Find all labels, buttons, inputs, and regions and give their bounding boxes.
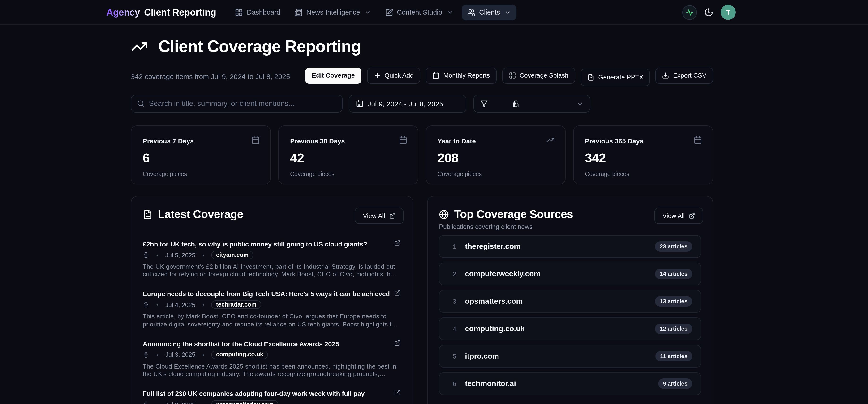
avatar-initial: T bbox=[726, 8, 730, 16]
coverage-summary-text: 342 coverage items from Jul 9, 2024 to J… bbox=[131, 72, 290, 80]
nav-item-content-studio[interactable]: Content Studio bbox=[379, 4, 459, 20]
nav-item-clients[interactable]: Clients bbox=[462, 4, 517, 20]
search-icon bbox=[137, 100, 145, 107]
building-icon bbox=[143, 252, 149, 258]
download-icon bbox=[662, 72, 669, 79]
top-sources-subtitle: Publications covering client news bbox=[439, 223, 646, 230]
filter-row: Jul 9, 2024 - Jul 8, 2025 bbox=[131, 95, 713, 113]
stat-value: 42 bbox=[290, 151, 406, 165]
article-item[interactable]: Europe needs to decouple from Big Tech U… bbox=[143, 290, 402, 328]
export-csv-button[interactable]: Export CSV bbox=[656, 67, 713, 84]
page-title: Client Coverage Reporting bbox=[158, 37, 361, 56]
article-source-badge[interactable]: personneltoday.com bbox=[212, 400, 278, 404]
latest-coverage-header: Latest Coverage View All bbox=[143, 208, 402, 221]
panels-row: Latest Coverage View All £2bn for UK tec… bbox=[131, 196, 713, 404]
article-title: Announcing the shortlist for the Cloud E… bbox=[143, 340, 402, 348]
quick-add-button[interactable]: Quick Add bbox=[367, 67, 420, 84]
stat-sublabel: Coverage pieces bbox=[143, 170, 259, 178]
article-item[interactable]: Announcing the shortlist for the Cloud E… bbox=[143, 340, 402, 378]
grid-icon bbox=[509, 72, 516, 79]
view-all-label: View All bbox=[363, 212, 385, 219]
latest-view-all-button[interactable]: View All bbox=[355, 208, 404, 224]
external-link-icon bbox=[389, 213, 396, 219]
generate-pptx-button[interactable]: Generate PPTX bbox=[581, 68, 650, 86]
generate-pptx-label: Generate PPTX bbox=[598, 74, 643, 81]
source-row[interactable]: 5 itpro.com 11 articles bbox=[439, 345, 701, 368]
globe-icon bbox=[439, 209, 449, 219]
search-input[interactable] bbox=[149, 99, 336, 108]
dot-separator: • bbox=[156, 352, 158, 358]
stat-label: Previous 365 Days bbox=[585, 136, 701, 146]
stat-label: Previous 30 Days bbox=[290, 136, 406, 146]
stat-card-30-days: Previous 30 Days 42 Coverage pieces bbox=[278, 125, 418, 184]
source-row[interactable]: 6 techmonitor.ai 9 articles bbox=[439, 372, 701, 395]
external-link-icon[interactable] bbox=[394, 240, 401, 247]
articles-list: £2bn for UK tech, so why is public money… bbox=[143, 240, 402, 404]
article-date: Jul 5, 2025 bbox=[165, 252, 195, 259]
dot-separator: • bbox=[156, 402, 158, 404]
stat-card-ytd: Year to Date 208 Coverage pieces bbox=[426, 125, 566, 184]
avatar[interactable]: T bbox=[720, 5, 736, 20]
source-rank: 2 bbox=[450, 270, 459, 278]
source-row[interactable]: 1 theregister.com 23 articles bbox=[439, 235, 701, 258]
coverage-splash-button[interactable]: Coverage Splash bbox=[502, 67, 575, 84]
plus-icon bbox=[374, 72, 381, 79]
dashboard-grid-icon bbox=[235, 8, 243, 16]
article-item[interactable]: Full list of 230 UK companies adopting f… bbox=[143, 389, 402, 404]
chevron-down-icon bbox=[365, 9, 371, 16]
client-filter-select[interactable] bbox=[473, 95, 590, 113]
trending-up-icon bbox=[131, 38, 148, 55]
article-source-badge[interactable]: cityam.com bbox=[212, 251, 253, 259]
source-rows: 1 theregister.com 23 articles 2 computer… bbox=[439, 235, 701, 395]
article-item[interactable]: £2bn for UK tech, so why is public money… bbox=[143, 240, 402, 279]
source-domain: itpro.com bbox=[465, 352, 499, 360]
monthly-reports-label: Monthly Reports bbox=[443, 72, 490, 79]
source-article-count: 9 articles bbox=[658, 378, 692, 389]
moon-icon bbox=[704, 7, 713, 17]
export-csv-label: Export CSV bbox=[673, 72, 706, 79]
brand-rest: Client Reporting bbox=[144, 7, 216, 18]
sources-view-all-button[interactable]: View All bbox=[654, 208, 703, 224]
dot-separator: • bbox=[203, 352, 204, 358]
source-rank: 5 bbox=[450, 352, 459, 360]
nav-item-dashboard[interactable]: Dashboard bbox=[229, 4, 286, 20]
building-icon bbox=[143, 401, 149, 404]
monthly-reports-button[interactable]: Monthly Reports bbox=[426, 67, 497, 84]
stat-sublabel: Coverage pieces bbox=[290, 170, 406, 178]
source-rank: 6 bbox=[450, 380, 459, 387]
source-article-count: 23 articles bbox=[655, 241, 692, 252]
stat-label: Previous 7 Days bbox=[143, 136, 259, 146]
dot-separator: • bbox=[156, 302, 158, 308]
source-domain: techmonitor.ai bbox=[465, 379, 516, 388]
source-row[interactable]: 2 computerweekly.com 14 articles bbox=[439, 263, 701, 285]
external-link-icon[interactable] bbox=[394, 340, 401, 346]
article-source-badge[interactable]: techradar.com bbox=[212, 300, 261, 309]
source-row[interactable]: 3 opsmatters.com 13 articles bbox=[439, 290, 701, 313]
article-title: Full list of 230 UK companies adopting f… bbox=[143, 389, 402, 398]
nav-item-news-intelligence[interactable]: News Intelligence bbox=[289, 4, 377, 20]
activity-status-button[interactable] bbox=[682, 5, 697, 20]
nav-item-label: Content Studio bbox=[397, 8, 442, 16]
external-link-icon[interactable] bbox=[394, 389, 401, 396]
newspaper-icon bbox=[294, 8, 303, 16]
stat-value: 6 bbox=[143, 151, 259, 165]
date-range-button[interactable]: Jul 9, 2024 - Jul 8, 2025 bbox=[349, 95, 466, 113]
dark-mode-toggle[interactable] bbox=[704, 7, 713, 17]
main-content: Client Coverage Reporting 342 coverage i… bbox=[131, 25, 713, 404]
article-title: £2bn for UK tech, so why is public money… bbox=[143, 240, 402, 248]
source-article-count: 12 articles bbox=[655, 324, 692, 334]
source-row[interactable]: 4 computing.co.uk 12 articles bbox=[439, 317, 701, 340]
external-link-icon[interactable] bbox=[394, 290, 401, 296]
nav-item-label: Clients bbox=[479, 8, 500, 16]
brand-logo[interactable]: Agency Client Reporting bbox=[106, 7, 216, 18]
building-icon bbox=[143, 351, 149, 358]
article-source-badge[interactable]: computing.co.uk bbox=[212, 350, 268, 359]
article-date: Jul 2, 2025 bbox=[165, 401, 195, 404]
building-icon bbox=[143, 301, 149, 308]
dot-separator: • bbox=[156, 252, 158, 258]
source-rank: 3 bbox=[450, 297, 459, 305]
article-title: Europe needs to decouple from Big Tech U… bbox=[143, 290, 402, 298]
source-article-count: 14 articles bbox=[655, 269, 692, 279]
top-nav: Agency Client Reporting Dashboard News I… bbox=[0, 0, 868, 25]
edit-coverage-button[interactable]: Edit Coverage bbox=[305, 67, 362, 84]
